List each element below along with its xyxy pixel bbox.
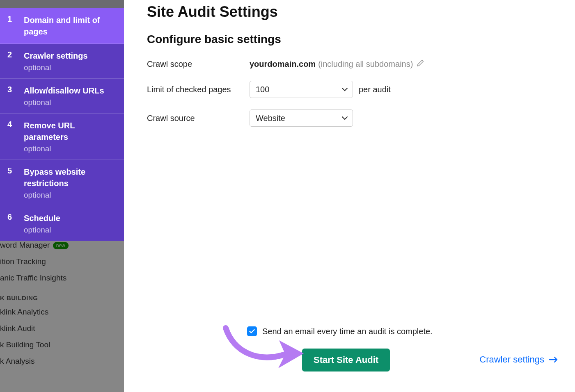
crawl-source-value: Website [256, 114, 285, 123]
step-number: 4 [7, 120, 17, 129]
crawl-scope-label: Crawl scope [147, 59, 250, 69]
step-subtitle: optional [24, 144, 117, 153]
limit-pages-select[interactable]: 100 [250, 81, 353, 98]
step-domain-limit[interactable]: 1 Domain and limit of pages [0, 8, 124, 44]
crawl-scope-domain: yourdomain.com [250, 59, 316, 69]
check-icon [249, 329, 255, 334]
step-number: 5 [7, 166, 17, 175]
section-title: Configure basic settings [147, 33, 566, 46]
limit-pages-row: Limit of checked pages 100 per audit [147, 81, 566, 98]
step-subtitle: optional [24, 98, 104, 107]
step-number: 2 [7, 50, 17, 59]
crawler-settings-link-label: Crawler settings [479, 354, 544, 365]
step-subtitle: optional [24, 63, 88, 72]
arrow-right-icon [549, 356, 558, 363]
limit-pages-value: 100 [256, 85, 269, 94]
step-allow-disallow[interactable]: 3 Allow/disallow URLs optional [0, 79, 124, 114]
step-number: 3 [7, 85, 17, 94]
footer-area: Send an email every time an audit is com… [147, 326, 566, 371]
crawl-source-label: Crawl source [147, 114, 250, 123]
crawl-scope-value: yourdomain.com (including all subdomains… [250, 59, 424, 69]
crawl-source-select[interactable]: Website [250, 109, 353, 127]
main-content: Site Audit Settings Configure basic sett… [147, 3, 566, 138]
crawl-scope-note: (including all subdomains) [318, 59, 413, 69]
crawl-source-row: Crawl source Website [147, 109, 566, 127]
step-number: 1 [7, 14, 17, 24]
steps-sidebar: 1 Domain and limit of pages 2 Crawler se… [0, 0, 124, 241]
step-subtitle: optional [24, 191, 117, 200]
step-title: Allow/disallow URLs [24, 85, 104, 96]
crawler-settings-link[interactable]: Crawler settings [479, 354, 558, 365]
step-title: Bypass website restrictions [24, 166, 117, 189]
step-title: Domain and limit of pages [24, 14, 117, 37]
chevron-down-icon [342, 88, 348, 91]
limit-pages-suffix: per audit [359, 85, 391, 94]
chevron-down-icon [342, 116, 348, 120]
email-checkbox-label: Send an email every time an audit is com… [262, 327, 433, 336]
pencil-icon[interactable] [416, 59, 424, 69]
step-subtitle: optional [24, 226, 60, 235]
email-checkbox[interactable] [247, 326, 257, 336]
start-site-audit-button[interactable]: Start Site Audit [302, 349, 390, 371]
step-title: Remove URL parameters [24, 120, 117, 143]
limit-pages-label: Limit of checked pages [147, 85, 250, 94]
crawl-scope-row: Crawl scope yourdomain.com (including al… [147, 59, 566, 69]
step-crawler-settings[interactable]: 2 Crawler settings optional [0, 44, 124, 79]
step-title: Schedule [24, 212, 60, 224]
sidebar-top-strip [0, 0, 124, 8]
page-title: Site Audit Settings [147, 3, 566, 21]
step-schedule[interactable]: 6 Schedule optional [0, 206, 124, 241]
step-remove-url-params[interactable]: 4 Remove URL parameters optional [0, 114, 124, 160]
email-notification-row: Send an email every time an audit is com… [247, 326, 566, 336]
action-row: Start Site Audit Crawler settings [147, 349, 566, 371]
step-title: Crawler settings [24, 50, 88, 62]
step-bypass-restrictions[interactable]: 5 Bypass website restrictions optional [0, 160, 124, 206]
step-number: 6 [7, 212, 17, 222]
